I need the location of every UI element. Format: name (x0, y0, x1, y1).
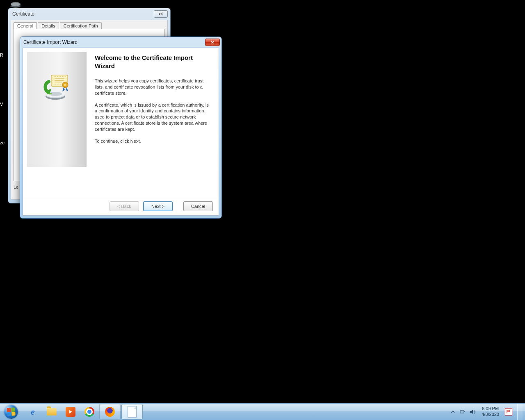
import-wizard-window: Certificate Import Wizard (20, 37, 222, 219)
close-button[interactable] (154, 10, 168, 18)
back-button: < Back (110, 201, 139, 211)
start-button[interactable] (0, 404, 22, 420)
wizard-client: Welcome to the Certificate Import Wizard… (23, 48, 219, 216)
firefox-icon (104, 406, 116, 418)
desktop-fragment: R (0, 52, 3, 57)
wizard-footer: < Back Next > Cancel (23, 197, 219, 215)
learn-label: Le (14, 185, 18, 189)
windows-logo-icon (4, 404, 19, 420)
action-center-icon[interactable] (505, 408, 512, 415)
wizard-banner (27, 52, 87, 167)
next-button[interactable]: Next > (143, 201, 173, 211)
taskbar-item-explorer[interactable] (43, 404, 61, 419)
internet-explorer-icon: e (27, 406, 39, 418)
tab-general[interactable]: General (14, 22, 37, 29)
taskbar-item-media-player[interactable] (62, 404, 80, 419)
file-explorer-icon (46, 406, 57, 418)
tab-certification-path[interactable]: Certification Path (60, 22, 102, 29)
document-icon (126, 406, 138, 418)
close-button[interactable] (205, 39, 220, 46)
wizard-title: Certificate Import Wizard (23, 39, 205, 45)
wizard-paragraph: To continue, click Next. (95, 138, 212, 144)
chrome-icon (84, 406, 95, 418)
wizard-paragraph: This wizard helps you copy certificates,… (95, 78, 212, 96)
clock-time: 8:09 PM (482, 406, 499, 412)
taskbar-item-firefox[interactable] (99, 404, 121, 420)
certificate-titlebar[interactable]: Certificate (8, 8, 170, 20)
desktop-fragment: zc (0, 140, 5, 145)
tab-details[interactable]: Details (38, 22, 59, 29)
show-desktop-button[interactable] (517, 404, 523, 420)
svg-rect-15 (460, 411, 464, 413)
certificate-tabs: General Details Certification Path (14, 22, 165, 29)
wizard-paragraph: A certificate, which is issued by a cert… (95, 102, 212, 132)
taskbar: e (0, 403, 525, 420)
cancel-button[interactable]: Cancel (183, 201, 213, 211)
media-player-icon (65, 406, 76, 418)
taskbar-item-ie[interactable]: e (24, 404, 42, 419)
power-icon[interactable] (459, 409, 466, 415)
taskbar-item-document[interactable] (121, 404, 143, 420)
svg-point-2 (11, 2, 21, 6)
tray-overflow-icon[interactable] (450, 409, 456, 415)
certificate-wizard-icon (42, 73, 72, 101)
clock-date: 4/8/2020 (482, 412, 499, 418)
wizard-heading: Welcome to the Certificate Import Wizard (95, 54, 212, 70)
svg-rect-16 (464, 411, 465, 412)
taskbar-item-chrome[interactable] (80, 404, 98, 419)
system-tray: 8:09 PM 4/8/2020 (450, 404, 525, 420)
volume-icon[interactable] (469, 409, 476, 415)
wizard-titlebar[interactable]: Certificate Import Wizard (20, 37, 221, 48)
svg-point-14 (64, 84, 66, 86)
desktop-fragment: V (0, 102, 3, 107)
recycle-bin-icon[interactable] (8, 0, 23, 8)
certificate-title: Certificate (11, 11, 154, 17)
tray-clock[interactable]: 8:09 PM 4/8/2020 (479, 406, 502, 418)
